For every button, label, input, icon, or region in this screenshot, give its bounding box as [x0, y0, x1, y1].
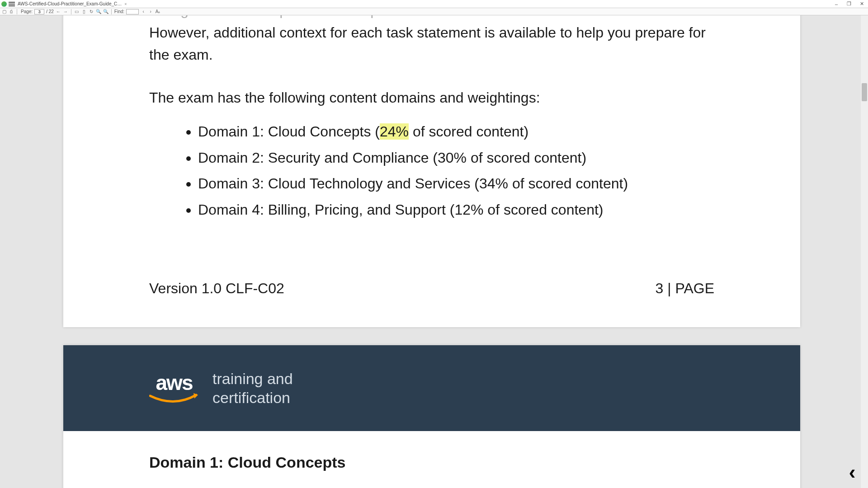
find-prev-icon[interactable]: ‹ — [141, 9, 146, 14]
domain-bullet-3: Domain 3: Cloud Technology and Services … — [198, 173, 710, 195]
rotate-icon[interactable]: ↻ — [89, 9, 94, 14]
find-label: Find: — [114, 9, 124, 14]
document-viewport[interactable]: This guide does not provide a comprehens… — [0, 15, 868, 488]
highlighted-text: 24% — [380, 123, 409, 140]
intro-partial-line: This guide does not provide a comprehens… — [149, 15, 710, 22]
app-icon — [1, 1, 7, 7]
tab-close-icon[interactable]: × — [124, 2, 127, 6]
zoom-out-icon[interactable]: 🔍 — [96, 9, 101, 14]
sidebar-toggle-icon[interactable]: ▢ — [1, 9, 7, 14]
footer-version: Version 1.0 CLF-C02 — [149, 280, 284, 297]
window-minimize-button[interactable]: – — [830, 1, 843, 7]
aws-logo: aws — [149, 371, 199, 406]
banner-subtitle: training and certification — [212, 369, 293, 408]
page-footer: Version 1.0 CLF-C02 3 | PAGE — [149, 280, 714, 297]
domain-bullet-4: Domain 4: Billing, Pricing, and Support … — [198, 199, 710, 221]
footer-page-number: 3 | PAGE — [656, 280, 714, 297]
toolbar-divider — [71, 9, 71, 14]
document-tab-title[interactable]: AWS-Certified-Cloud-Practitioner_Exam-Gu… — [18, 1, 122, 6]
fit-width-icon[interactable]: ▯ — [81, 9, 87, 14]
aws-smile-icon — [149, 393, 199, 406]
vertical-scrollbar[interactable] — [861, 15, 868, 488]
weightings-intro: The exam has the following content domai… — [149, 87, 710, 109]
toolbar-divider — [17, 9, 17, 14]
print-icon[interactable]: ⎙ — [9, 9, 14, 14]
find-next-icon[interactable]: › — [148, 9, 153, 14]
fit-page-icon[interactable]: ▭ — [74, 9, 80, 14]
domain-bullet-list: Domain 1: Cloud Concepts (24% of scored … — [181, 117, 710, 221]
toolbar-divider — [111, 9, 112, 14]
scrollbar-thumb[interactable] — [862, 83, 867, 101]
window-close-button[interactable]: ✕ — [855, 1, 868, 7]
page-number-input[interactable] — [34, 9, 44, 14]
aws-logo-text: aws — [156, 371, 193, 395]
domain-bullet-2: Domain 2: Security and Compliance (30% o… — [198, 147, 710, 169]
page-total-label: / 22 — [46, 9, 54, 14]
pdf-toolbar: ▢ ⎙ Page: / 22 ← → ▭ ▯ ↻ 🔍 🔍 Find: ‹ › A… — [0, 8, 868, 15]
page-next-icon[interactable]: → — [63, 9, 68, 14]
page-label: Page: — [21, 9, 33, 14]
pdf-page-4: aws training and certification Domain 1:… — [63, 345, 800, 488]
domain-1-heading: Domain 1: Cloud Concepts — [149, 454, 345, 471]
pdf-page-3: This guide does not provide a comprehens… — [63, 15, 800, 327]
domain-bullet-1: Domain 1: Cloud Concepts (24% of scored … — [198, 121, 710, 143]
back-chevron-icon[interactable]: ‹ — [841, 461, 863, 483]
hamburger-icon[interactable] — [9, 2, 15, 6]
window-titlebar: AWS-Certified-Cloud-Practitioner_Exam-Gu… — [0, 0, 868, 8]
zoom-in-icon[interactable]: 🔍 — [103, 9, 108, 14]
intro-paragraph: This guide does not provide a comprehens… — [149, 15, 710, 66]
intro-line-2: However, additional context for each tas… — [149, 22, 710, 66]
find-input[interactable] — [126, 9, 139, 14]
window-maximize-button[interactable]: ❐ — [843, 1, 855, 7]
page-prev-icon[interactable]: ← — [56, 9, 61, 14]
aws-banner: aws training and certification — [63, 345, 800, 431]
match-case-icon[interactable]: Aₐ — [155, 9, 160, 14]
